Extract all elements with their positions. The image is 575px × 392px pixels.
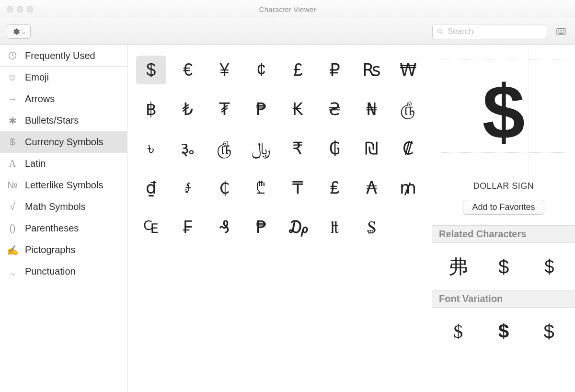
sidebar-item-punctuation[interactable]: .,Punctuation [0,261,127,282]
sidebar-item-label: Currency Symbols [25,137,103,148]
font-variation-glyph[interactable]: $ [438,317,479,345]
sidebar-item-math-symbols[interactable]: √Math Symbols [0,196,127,218]
glyph-cell[interactable]: € [173,56,203,84]
glyph-cell[interactable]: ₴ [320,95,350,124]
sidebar-item-arrows[interactable]: →Arrows [0,88,127,110]
related-characters-header: Related Characters [432,225,575,243]
svg-rect-8 [560,32,561,33]
related-character[interactable]: $ [483,253,524,280]
glyph-cell[interactable]: ₫ [136,173,166,202]
glyph-cell[interactable]: ₥ [393,173,423,202]
glyph-cell[interactable]: ₭ [283,95,313,124]
add-to-favorites-button[interactable]: Add to Favorites [463,200,544,215]
glyph-cell[interactable]: $ [136,56,166,84]
sidebar-item-label: Emoji [25,72,49,83]
glyph-cell[interactable]: ₰ [209,213,240,242]
sidebar-item-label: Arrows [25,93,55,104]
category-icon: $ [7,137,18,148]
sidebar-item-label: Pictographs [25,244,76,255]
glyph-cell[interactable]: ₺ [173,95,203,124]
category-icon: ✍ [7,244,18,256]
search-input[interactable] [447,26,543,37]
sidebar-item-label: Bullets/Stars [25,115,79,126]
glyph-cell[interactable]: ௹ [209,134,240,163]
svg-rect-7 [558,32,559,33]
sidebar-item-currency-symbols[interactable]: $Currency Symbols [0,131,127,153]
sidebar-item-parentheses[interactable]: ()Parentheses [0,218,127,239]
glyph-cell[interactable]: ௹ [393,95,423,124]
sidebar-item-label: Letterlike Symbols [25,180,103,191]
toolbar: ⌵ [0,18,575,45]
glyph-cell[interactable]: ៛ [173,173,203,202]
related-character[interactable]: ＄ [529,253,569,280]
sidebar-item-frequently-used[interactable]: Frequently Used [0,45,127,67]
sidebar: Frequently Used ☺Emoji→Arrows✱Bullets/St… [0,45,127,392]
related-character[interactable]: 弗 [438,253,479,280]
glyph-preview: $ [432,45,575,179]
svg-rect-11 [559,33,563,34]
glyph-cell[interactable]: ¥ [209,56,240,84]
window: Character Viewer ⌵ Frequently Used ☺Emoj… [0,0,575,392]
glyph-cell[interactable]: ₶ [320,213,350,242]
sidebar-item-letterlike-symbols[interactable]: №Letterlike Symbols [0,174,127,196]
glyph-cell[interactable]: ₵ [209,173,240,202]
detail-pane: $ DOLLAR SIGN Add to Favorites Related C… [432,45,575,392]
sidebar-item-label: Parentheses [25,223,79,234]
glyph-cell[interactable]: ₨ [356,56,387,84]
sidebar-item-label: Frequently Used [25,50,95,61]
glyph-cell[interactable]: ₳ [356,173,387,202]
settings-menu-button[interactable]: ⌵ [7,24,31,39]
glyph-cell[interactable]: ₦ [356,95,387,124]
zoom-icon[interactable] [27,6,33,12]
preview-glyph: $ [483,74,525,150]
font-variation-glyph[interactable]: $ [483,317,524,345]
svg-line-1 [441,32,443,34]
glyph-cell[interactable]: ₣ [173,213,203,242]
svg-point-0 [438,29,442,33]
sidebar-item-bullets-stars[interactable]: ✱Bullets/Stars [0,110,127,131]
glyph-cell[interactable]: ₽ [320,56,350,84]
category-icon: → [7,93,18,105]
glyph-cell[interactable]: ૱ [173,134,203,163]
sidebar-item-emoji[interactable]: ☺Emoji [0,67,127,88]
glyph-cell[interactable]: ₾ [246,173,276,202]
glyph-cell[interactable]: ₪ [356,134,387,163]
sidebar-item-label: Math Symbols [25,201,86,212]
category-icon: A [7,158,18,170]
window-title: Character Viewer [0,5,575,13]
glyph-cell[interactable]: ₯ [283,213,313,242]
glyph-cell[interactable]: ฿ [136,95,166,124]
related-characters-row: 弗$＄ [432,243,575,290]
glyph-cell[interactable]: ₱ [246,95,276,124]
svg-rect-10 [564,32,564,33]
close-icon[interactable] [7,6,13,12]
minimize-icon[interactable] [17,6,23,12]
category-icon: ☺ [7,72,18,83]
glyph-cell[interactable]: ₲ [320,134,350,163]
glyph-cell[interactable]: ₱ [246,213,276,242]
svg-rect-9 [562,32,563,33]
glyph-cell[interactable]: ₡ [393,134,423,163]
glyph-cell[interactable]: ₹ [283,134,313,163]
keyboard-toggle-button[interactable] [554,24,568,39]
svg-rect-3 [558,30,559,31]
titlebar: Character Viewer [0,0,575,18]
glyph-cell[interactable]: ¢ [246,56,276,84]
glyph-cell[interactable]: ₠ [136,213,166,242]
glyph-cell[interactable]: ৳ [136,134,166,163]
search-field[interactable] [432,24,547,39]
glyph-cell[interactable]: ﷼ [246,134,276,163]
glyph-cell[interactable]: ₸ [283,173,313,202]
glyph-cell[interactable]: ₷ [356,213,387,242]
sidebar-item-latin[interactable]: ALatin [0,153,127,174]
font-variation-glyph[interactable]: $ [529,317,569,345]
clock-icon [7,50,18,61]
glyph-cell[interactable]: ₤ [320,173,350,202]
keyboard-icon [556,26,566,37]
glyph-cell[interactable]: ₩ [393,56,423,84]
glyph-cell[interactable]: ₮ [209,95,240,124]
font-variation-header: Font Variation [432,290,575,308]
sidebar-item-pictographs[interactable]: ✍Pictographs [0,239,127,261]
glyph-cell[interactable]: £ [283,56,313,84]
category-icon: № [7,180,18,191]
